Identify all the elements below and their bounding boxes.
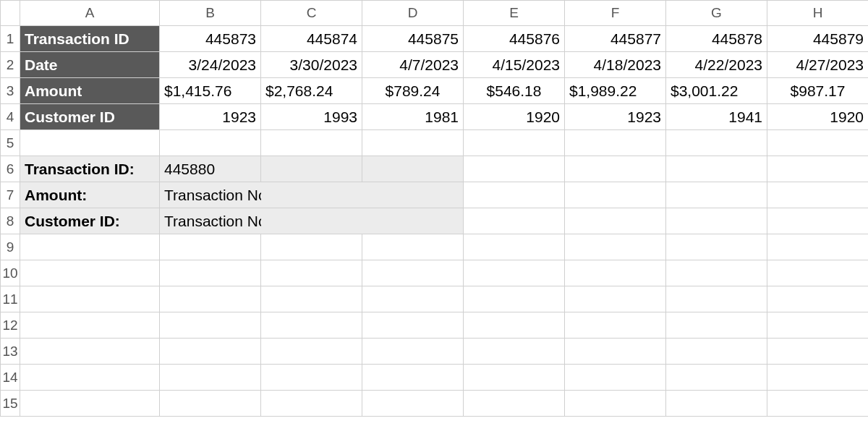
cell-D10[interactable] (362, 260, 464, 286)
cell-E7[interactable] (464, 182, 565, 208)
cell-B1[interactable]: 445873 (160, 26, 261, 52)
cell-C9[interactable] (261, 234, 362, 260)
col-header-D[interactable]: D (362, 0, 464, 26)
cell-B7[interactable]: Transaction Not Found (160, 182, 261, 208)
cell-B5[interactable] (160, 130, 261, 156)
cell-A9[interactable] (20, 234, 160, 260)
cell-H1[interactable]: 445879 (767, 26, 868, 52)
cell-D6[interactable] (362, 156, 464, 182)
cell-E1[interactable]: 445876 (464, 26, 565, 52)
cell-A15[interactable] (20, 391, 160, 417)
cell-H11[interactable] (767, 286, 868, 312)
cell-C7[interactable] (261, 182, 362, 208)
cell-B11[interactable] (160, 286, 261, 312)
cell-B3[interactable]: $1,415.76 (160, 78, 261, 104)
cell-C15[interactable] (261, 391, 362, 417)
cell-C4[interactable]: 1993 (261, 104, 362, 130)
cell-D8[interactable] (362, 208, 464, 234)
cell-G12[interactable] (666, 312, 767, 339)
row-header-15[interactable]: 15 (0, 391, 20, 417)
cell-G14[interactable] (666, 365, 767, 391)
cell-C12[interactable] (261, 312, 362, 339)
cell-C10[interactable] (261, 260, 362, 286)
cell-H6[interactable] (767, 156, 868, 182)
cell-D1[interactable]: 445875 (362, 26, 464, 52)
cell-C13[interactable] (261, 339, 362, 365)
cell-G7[interactable] (666, 182, 767, 208)
row-header-1[interactable]: 1 (0, 26, 20, 52)
cell-H5[interactable] (767, 130, 868, 156)
cell-B10[interactable] (160, 260, 261, 286)
cell-D7[interactable] (362, 182, 464, 208)
row-header-9[interactable]: 9 (0, 234, 20, 260)
row-header-14[interactable]: 14 (0, 365, 20, 391)
cell-A6[interactable]: Transaction ID: (20, 156, 160, 182)
cell-E5[interactable] (464, 130, 565, 156)
cell-E9[interactable] (464, 234, 565, 260)
cell-D13[interactable] (362, 339, 464, 365)
cell-E14[interactable] (464, 365, 565, 391)
col-header-C[interactable]: C (261, 0, 362, 26)
row-header-11[interactable]: 11 (0, 286, 20, 312)
cell-B2[interactable]: 3/24/2023 (160, 52, 261, 78)
cell-F2[interactable]: 4/18/2023 (565, 52, 666, 78)
cell-E12[interactable] (464, 312, 565, 339)
cell-A1[interactable]: Transaction ID (20, 26, 160, 52)
cell-D9[interactable] (362, 234, 464, 260)
cell-C11[interactable] (261, 286, 362, 312)
cell-B15[interactable] (160, 391, 261, 417)
cell-A12[interactable] (20, 312, 160, 339)
cell-E13[interactable] (464, 339, 565, 365)
cell-D5[interactable] (362, 130, 464, 156)
spreadsheet-grid[interactable]: A B C D E F G H 1 Transaction ID 445873 … (0, 0, 868, 417)
cell-B13[interactable] (160, 339, 261, 365)
row-header-3[interactable]: 3 (0, 78, 20, 104)
cell-A10[interactable] (20, 260, 160, 286)
cell-A7[interactable]: Amount: (20, 182, 160, 208)
cell-H13[interactable] (767, 339, 868, 365)
cell-H12[interactable] (767, 312, 868, 339)
col-header-B[interactable]: B (160, 0, 261, 26)
col-header-E[interactable]: E (464, 0, 565, 26)
cell-C2[interactable]: 3/30/2023 (261, 52, 362, 78)
cell-G4[interactable]: 1941 (666, 104, 767, 130)
cell-H9[interactable] (767, 234, 868, 260)
cell-D11[interactable] (362, 286, 464, 312)
cell-A5[interactable] (20, 130, 160, 156)
cell-G10[interactable] (666, 260, 767, 286)
cell-A13[interactable] (20, 339, 160, 365)
cell-D4[interactable]: 1981 (362, 104, 464, 130)
cell-F7[interactable] (565, 182, 666, 208)
cell-E6[interactable] (464, 156, 565, 182)
cell-B4[interactable]: 1923 (160, 104, 261, 130)
cell-G8[interactable] (666, 208, 767, 234)
cell-F3[interactable]: $1,989.22 (565, 78, 666, 104)
cell-H7[interactable] (767, 182, 868, 208)
cell-G6[interactable] (666, 156, 767, 182)
cell-F13[interactable] (565, 339, 666, 365)
col-header-G[interactable]: G (666, 0, 767, 26)
cell-H3[interactable]: $987.17 (767, 78, 868, 104)
cell-H8[interactable] (767, 208, 868, 234)
cell-E8[interactable] (464, 208, 565, 234)
cell-F12[interactable] (565, 312, 666, 339)
cell-G3[interactable]: $3,001.22 (666, 78, 767, 104)
row-header-6[interactable]: 6 (0, 156, 20, 182)
cell-F8[interactable] (565, 208, 666, 234)
cell-B9[interactable] (160, 234, 261, 260)
cell-D15[interactable] (362, 391, 464, 417)
cell-G2[interactable]: 4/22/2023 (666, 52, 767, 78)
cell-F1[interactable]: 445877 (565, 26, 666, 52)
cell-E10[interactable] (464, 260, 565, 286)
cell-A2[interactable]: Date (20, 52, 160, 78)
cell-A14[interactable] (20, 365, 160, 391)
cell-F6[interactable] (565, 156, 666, 182)
cell-C5[interactable] (261, 130, 362, 156)
cell-E11[interactable] (464, 286, 565, 312)
cell-H14[interactable] (767, 365, 868, 391)
cell-F5[interactable] (565, 130, 666, 156)
cell-G13[interactable] (666, 339, 767, 365)
row-header-4[interactable]: 4 (0, 104, 20, 130)
row-header-13[interactable]: 13 (0, 339, 20, 365)
cell-G5[interactable] (666, 130, 767, 156)
